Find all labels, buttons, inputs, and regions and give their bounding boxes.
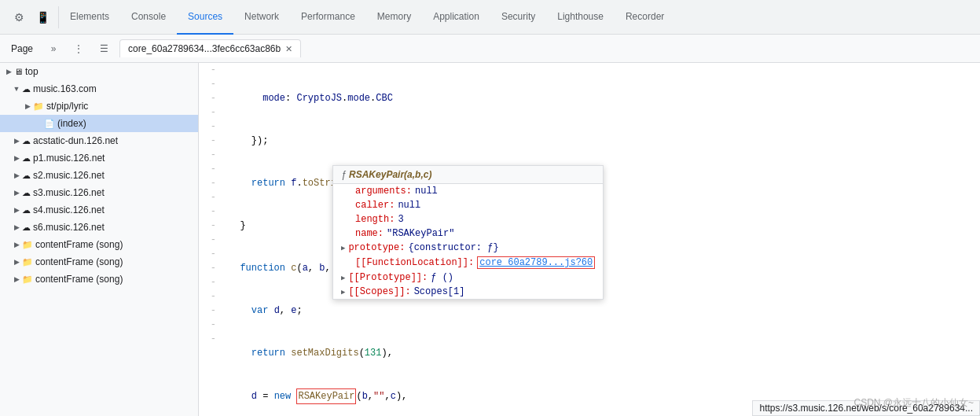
cloud-icon-music163: ☁ [22,84,31,94]
function-icon: ƒ [341,169,347,180]
code-area: - - - - - - - - - - - - - - - - - - - - [199,63,980,416]
line-numbers: - - - - - - - - - - - - - - - - - - - - [199,63,222,416]
sidebar-toggle[interactable]: ☰ [94,39,113,58]
tree-arrow-s2music: ▶ [11,170,22,181]
folder-icon: 🖥 [14,67,23,76]
tree-arrow-p1music: ▶ [11,153,22,164]
tooltip-key-scopes: [[Scopes]]: [348,286,410,297]
tree-arrow-s6music: ▶ [11,222,22,233]
tree-label-s6music: s6.music.126.net [33,222,105,233]
tooltip-row-funcloc: [[FunctionLocation]]: core_60a2789...js?… [333,255,603,271]
second-bar: Page » ⋮ ☰ core_60a2789634...3fec6cc63ac… [0,35,980,63]
tab-performance[interactable]: Performance [290,0,366,35]
tree-arrow-cf3: ▶ [11,274,22,285]
sidebar-item-s2music[interactable]: ▶ ☁ s2.music.126.net [0,167,198,184]
expand-arrow-proto: ▶ [341,274,345,282]
main-layout: ▶ 🖥 top ▼ ☁ music.163.com ▶ 📁 st/pip/lyr… [0,63,980,416]
tab-bar: Elements Console Sources Network Perform… [59,0,977,35]
tab-elements[interactable]: Elements [59,0,120,35]
sidebar-item-contentframe1[interactable]: ▶ 📁 contentFrame (song) [0,236,198,253]
tree-arrow-cf2: ▶ [11,256,22,267]
tree-label-cf3: contentFrame (song) [35,274,123,285]
page-label[interactable]: Page [6,40,38,57]
tooltip-row-arguments: arguments: null [333,184,603,198]
tree-label-stpip: st/pip/lyric [46,101,88,112]
sidebar-item-s4music[interactable]: ▶ ☁ s4.music.126.net [0,201,198,219]
tab-security[interactable]: Security [490,0,546,35]
tree-arrow-cf1: ▶ [11,239,22,250]
tab-memory[interactable]: Memory [366,0,422,35]
tooltip-popup: ƒ RSAKeyPair(a,b,c) arguments: null call… [332,165,604,300]
tooltip-val-arguments: null [415,186,438,197]
tree-label-s3music: s3.music.126.net [33,187,105,198]
device-icon[interactable]: 📱 [31,6,53,28]
code-line-2: }); [229,134,974,148]
toolbar: ⚙ 📱 Elements Console Sources Network Per… [0,0,980,35]
folder-icon-stpip: 📁 [33,101,44,112]
sidebar-item-stpiplyric[interactable]: ▶ 📁 st/pip/lyric [0,98,198,115]
tree-arrow-s3music: ▶ [11,187,22,198]
tooltip-row-scopes[interactable]: ▶ [[Scopes]]: Scopes[1] [333,285,603,299]
tab-console[interactable]: Console [120,0,177,35]
cloud-icon-p1music: ☁ [22,153,31,164]
sidebar-item-index[interactable]: 📄 (index) [0,115,198,132]
tooltip-val-proto: ƒ () [431,272,453,283]
sidebar-menu[interactable]: ⋮ [69,39,88,58]
code-line-7: return setMaxDigits(131), [229,346,974,360]
tree-label-s2music: s2.music.126.net [33,170,105,181]
tab-network[interactable]: Network [233,0,290,35]
tooltip-key-funcloc: [[FunctionLocation]]: [355,257,474,268]
sidebar-item-top[interactable]: ▶ 🖥 top [0,63,198,80]
tooltip-row-length: length: 3 [333,212,603,226]
function-location-link[interactable]: core_60a2789...js?60 [477,256,595,269]
tooltip-function-name: RSAKeyPair(a,b,c) [349,169,431,180]
sidebar: ▶ 🖥 top ▼ ☁ music.163.com ▶ 📁 st/pip/lyr… [0,63,199,416]
tooltip-key-caller: caller: [355,200,395,211]
tab-lighthouse[interactable]: Lighthouse [546,0,615,35]
sidebar-item-contentframe3[interactable]: ▶ 📁 contentFrame (song) [0,271,198,288]
tree-arrow-s4music: ▶ [11,204,22,215]
tree-label-acstatic: acstatic-dun.126.net [33,135,118,146]
sidebar-item-s6music[interactable]: ▶ ☁ s6.music.126.net [0,219,198,236]
file-tab-name: core_60a2789634...3fec6cc63ac86b [128,43,281,54]
tree-label-cf1: contentFrame (song) [35,239,123,250]
folder-icon-cf2: 📁 [22,257,33,267]
tooltip-row-name: name: "RSAKeyPair" [333,226,603,241]
sidebar-item-contentframe2[interactable]: ▶ 📁 contentFrame (song) [0,253,198,271]
tree-arrow-index [33,118,44,129]
tab-application[interactable]: Application [422,0,490,35]
folder-icon-cf1: 📁 [22,240,33,250]
tooltip-header: ƒ RSAKeyPair(a,b,c) [333,166,603,184]
tooltip-key-name: name: [355,228,384,239]
close-tab-button[interactable]: ✕ [285,44,292,54]
tooltip-val-prototype: {constructor: ƒ} [408,242,498,253]
sidebar-item-p1music[interactable]: ▶ ☁ p1.music.126.net [0,149,198,167]
watermark: CSDN @永远十八的小仙女~ [853,396,974,410]
tooltip-key-length: length: [355,214,395,225]
tree-label-s4music: s4.music.126.net [33,204,105,215]
sidebar-item-s3music[interactable]: ▶ ☁ s3.music.126.net [0,184,198,201]
cloud-icon-acstatic: ☁ [22,136,31,146]
tooltip-key-arguments: arguments: [355,186,412,197]
tree-arrow-stpip: ▶ [22,101,33,112]
sidebar-item-music163[interactable]: ▼ ☁ music.163.com [0,80,198,98]
tree-label-index: (index) [57,118,86,129]
tree-label-top: top [25,66,39,77]
tree-arrow-music163: ▼ [11,83,22,94]
toolbar-icons: ⚙ 📱 [3,6,59,28]
file-icon-index: 📄 [44,119,55,129]
code-line-6: var d, e; [229,304,974,318]
tooltip-row-prototype[interactable]: ▶ prototype: {constructor: ƒ} [333,241,603,255]
cloud-icon-s2music: ☁ [22,171,31,181]
sidebar-item-acstatic[interactable]: ▶ ☁ acstatic-dun.126.net [0,132,198,149]
tab-recorder[interactable]: Recorder [615,0,675,35]
file-tab[interactable]: core_60a2789634...3fec6cc63ac86b ✕ [119,39,301,57]
tooltip-row-proto[interactable]: ▶ [[Prototype]]: ƒ () [333,271,603,285]
tooltip-key-proto: [[Prototype]]: [348,272,428,283]
tree-label-cf2: contentFrame (song) [35,256,123,267]
cloud-icon-s6music: ☁ [22,223,31,233]
page-chevron[interactable]: » [44,39,63,58]
folder-icon-cf3: 📁 [22,274,33,285]
tab-sources[interactable]: Sources [177,0,233,35]
devtools-icon[interactable]: ⚙ [8,6,30,28]
